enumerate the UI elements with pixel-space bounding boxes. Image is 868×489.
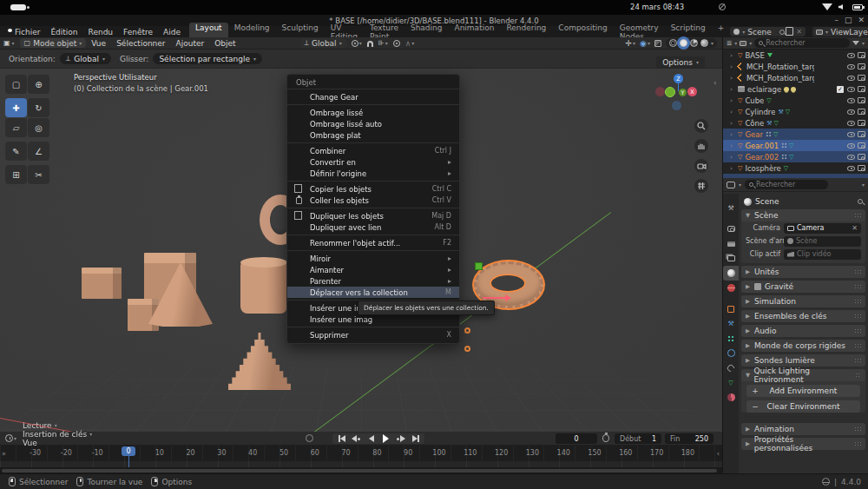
expand-arrow-icon[interactable]: ›: [730, 164, 738, 172]
visibility-eye-icon[interactable]: [847, 155, 855, 160]
visibility-eye-icon[interactable]: [847, 132, 855, 137]
menu-item-convertir-en[interactable]: Convertir en▸: [287, 156, 459, 168]
menu-item-supprimer[interactable]: SupprimerX: [287, 329, 459, 340]
outliner-row-eclairage[interactable]: ›eclairage✓: [723, 83, 868, 95]
panel-header-simulation[interactable]: ▶Simulation: [741, 295, 865, 307]
properties-tab-tool[interactable]: ⚒: [723, 201, 739, 215]
timeline-menu-insertion-de-cles[interactable]: Insertion de clés▾: [16, 430, 98, 439]
jump-start-button[interactable]: [335, 434, 348, 443]
expand-arrow-icon[interactable]: ›: [730, 119, 738, 127]
pivot-point-button[interactable]: ▾: [352, 40, 362, 47]
menu-item-aimanter[interactable]: Aimanter▸: [287, 264, 459, 275]
properties-tab-output[interactable]: [723, 236, 739, 251]
menu-item-parenter[interactable]: Parenter▸: [287, 275, 459, 287]
properties-search[interactable]: [745, 180, 828, 189]
sidebar-collapse-arrow[interactable]: ‹: [713, 78, 717, 87]
properties-tab-view-layer[interactable]: [723, 251, 739, 266]
navigation-gizmo[interactable]: Z Y X: [658, 74, 698, 119]
axis-z-ball[interactable]: Z: [674, 74, 683, 83]
axis-y-label-ball[interactable]: Y: [679, 89, 687, 96]
timeline-editor-type-button[interactable]: ▾: [0, 434, 16, 442]
camera-view-button[interactable]: [694, 159, 708, 173]
expand-arrow-icon[interactable]: ›: [730, 96, 738, 104]
zoom-button[interactable]: [694, 119, 708, 133]
expand-arrow-icon[interactable]: ›: [730, 153, 738, 161]
menu-item-change-gear[interactable]: Change Gear: [287, 91, 459, 102]
cursor-tool[interactable]: ⊕: [28, 75, 49, 94]
menu-item-ombrage-lisse-auto[interactable]: Ombrage lissé auto: [287, 118, 459, 129]
mode-select[interactable]: ▢ Mode objet ▾: [20, 38, 87, 48]
timeline-channels[interactable]: [0, 461, 722, 467]
properties-editor-icon[interactable]: [727, 182, 735, 188]
timeline-ruler[interactable]: -30-20-101020304050607080901001101201301…: [0, 446, 722, 461]
maximize-button[interactable]: □: [845, 16, 852, 24]
outliner-row-gear-002[interactable]: ›▽Gear.002▽: [723, 151, 868, 162]
menu-item-miroir[interactable]: Miroir▸: [287, 253, 459, 264]
menu-item-copier-les-objets[interactable]: Copier les objetsCtrl C: [287, 183, 459, 195]
close-button[interactable]: ✕: [858, 16, 865, 24]
menu-item-dupliquer-avec-lien[interactable]: Dupliquer avec lienAlt D: [287, 221, 459, 233]
add-environment-button[interactable]: +Add Environment: [746, 385, 860, 397]
panel-header-sondes-lumiere[interactable]: ▶Sondes lumière: [741, 354, 865, 367]
move-tool[interactable]: ✚: [5, 98, 27, 117]
auto-keying-toggle[interactable]: [306, 434, 313, 442]
shading-material-button[interactable]: [690, 39, 698, 47]
outliner-search[interactable]: [754, 38, 850, 48]
visibility-eye-icon[interactable]: [847, 166, 855, 171]
visibility-eye-icon[interactable]: [847, 98, 855, 103]
menu-item-dupliquer-les-objets[interactable]: Dupliquer les objetsMaj D: [287, 210, 459, 221]
transform-orientation-select[interactable]: ⟂ Global ▾: [300, 38, 346, 48]
outliner-row-cube[interactable]: ›▽Cube▽: [723, 95, 868, 106]
menu-edition[interactable]: Édition: [45, 27, 82, 37]
menu-item-ombrage-plat[interactable]: Ombrage plat: [287, 129, 459, 141]
visibility-eye-icon[interactable]: [847, 143, 855, 149]
play-button[interactable]: [379, 434, 392, 443]
expand-arrow-icon[interactable]: ›: [730, 108, 738, 116]
render-visibility-icon[interactable]: [858, 131, 865, 137]
viewport-menu-selectionner[interactable]: Sélectionner: [111, 39, 170, 48]
outliner-editor-icon[interactable]: ☰: [727, 40, 732, 47]
visibility-eye-icon[interactable]: [847, 64, 855, 69]
scrollbar-thumb[interactable]: [2, 469, 717, 472]
properties-tab-modifiers[interactable]: ⚒: [723, 316, 739, 331]
proportional-editing-toggle[interactable]: [393, 40, 400, 47]
clear-icon[interactable]: ✕: [852, 224, 858, 232]
frame-end-field[interactable]: Fin250: [665, 433, 713, 444]
clear-environment-button[interactable]: −Clear Environment: [746, 400, 860, 413]
outliner-row-mch-rotation-targe[interactable]: ›MCH_Rotation_targe: [723, 72, 868, 83]
options-button[interactable]: Options▾: [656, 56, 705, 68]
filter-icon[interactable]: [852, 41, 859, 45]
panel-header-gravite[interactable]: ▶Gravité: [741, 281, 865, 293]
drag-dots-icon[interactable]: [854, 213, 861, 218]
jump-end-button[interactable]: [409, 434, 422, 443]
play-reverse-button[interactable]: [365, 434, 378, 443]
render-visibility-icon[interactable]: [858, 86, 865, 92]
menu-item-definir-l-origine[interactable]: Définir l'origine▸: [287, 168, 459, 179]
orthographic-toggle-button[interactable]: [694, 179, 708, 193]
3d-viewport[interactable]: Orientation: ⟂ Global ▾ Glisser: Sélecti…: [0, 50, 722, 432]
menu-fenetre[interactable]: Fenêtre: [118, 27, 158, 37]
render-visibility-icon[interactable]: [858, 109, 865, 115]
render-visibility-icon[interactable]: [858, 75, 865, 81]
transform-tool[interactable]: ◎: [28, 118, 49, 137]
falloff-button[interactable]: ∧▾: [405, 39, 415, 48]
outliner-row-icosphere[interactable]: ›▽Icosphère▽: [723, 162, 868, 174]
cylinder-object[interactable]: [240, 261, 287, 314]
add-cube-tool[interactable]: ⊞: [5, 165, 27, 184]
viewport-menu-ajouter[interactable]: Ajouter: [171, 39, 210, 48]
copy-icon[interactable]: [787, 29, 793, 36]
checkbox[interactable]: [754, 283, 761, 290]
visibility-eye-icon[interactable]: [847, 109, 855, 115]
properties-tab-world[interactable]: [723, 281, 739, 295]
overlays-button[interactable]: ◉▾: [640, 39, 650, 48]
properties-tab-particles[interactable]: [723, 331, 739, 346]
expand-arrow-icon[interactable]: ›: [730, 51, 738, 59]
axis-negz-ball[interactable]: [672, 101, 681, 110]
panel-header-proprietes-personnalisees[interactable]: ▶Propriétés personnalisées: [741, 438, 865, 450]
orientation-select[interactable]: ⟂ Global ▾: [60, 53, 111, 64]
next-keyframe-button[interactable]: [394, 434, 407, 443]
pin-icon[interactable]: [858, 199, 863, 204]
panel-header-ensembles-de-cles[interactable]: ▶Ensembles de clés: [741, 310, 865, 322]
drag-dots-icon[interactable]: [854, 358, 861, 363]
properties-tab-object-data[interactable]: ▽: [723, 375, 739, 390]
